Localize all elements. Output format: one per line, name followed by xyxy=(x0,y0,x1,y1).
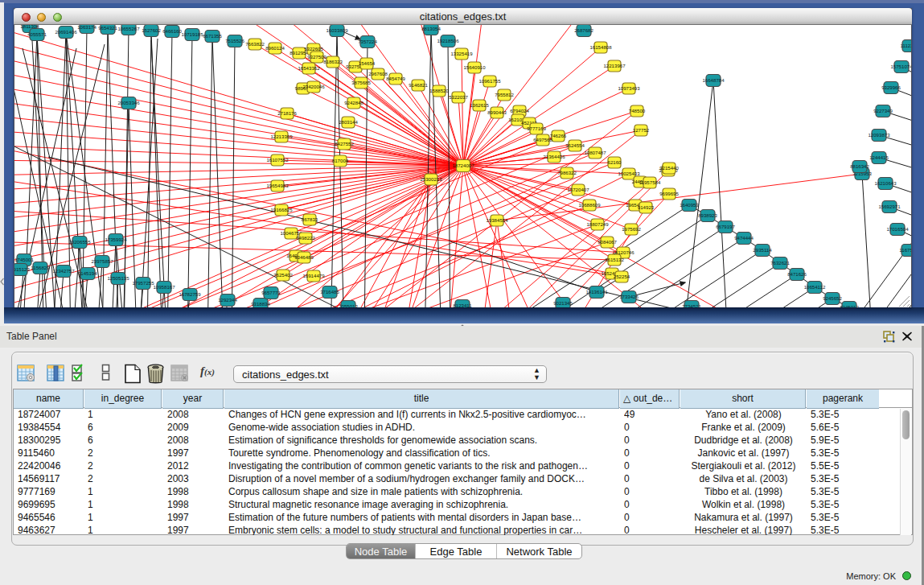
svg-text:9474444: 9474444 xyxy=(734,235,754,241)
svg-text:6497568: 6497568 xyxy=(533,137,552,142)
svg-text:16543362: 16543362 xyxy=(298,65,320,71)
svg-text:18724007: 18724007 xyxy=(452,163,474,168)
svg-text:1244415: 1244415 xyxy=(869,154,889,160)
svg-text:4055571: 4055571 xyxy=(27,31,47,37)
svg-text:12505135: 12505135 xyxy=(107,275,129,281)
svg-text:6794024: 6794024 xyxy=(510,108,529,113)
svg-text:19384554: 19384554 xyxy=(486,217,508,223)
svg-text:7663822: 7663822 xyxy=(245,41,265,47)
svg-text:10958167: 10958167 xyxy=(153,284,175,290)
svg-text:9146821: 9146821 xyxy=(409,82,428,88)
svg-text:9329966: 9329966 xyxy=(881,84,901,90)
svg-text:15640910: 15640910 xyxy=(463,64,486,70)
svg-text:3716485: 3716485 xyxy=(320,289,339,295)
svg-text:2935114: 2935114 xyxy=(753,247,772,253)
svg-text:1588520: 1588520 xyxy=(429,88,449,93)
svg-text:1292344: 1292344 xyxy=(218,297,237,303)
svg-text:3624554: 3624554 xyxy=(565,142,585,148)
svg-text:16107552: 16107552 xyxy=(266,157,289,163)
svg-text:25300213: 25300213 xyxy=(420,176,442,182)
svg-text:8938923: 8938923 xyxy=(698,212,717,218)
svg-text:1156829: 1156829 xyxy=(31,265,50,270)
svg-text:10655267: 10655267 xyxy=(117,26,140,31)
svg-text:16210643: 16210643 xyxy=(874,180,897,186)
svg-text:914923: 914923 xyxy=(638,204,655,210)
svg-text:16033809: 16033809 xyxy=(326,27,348,33)
svg-text:10025433: 10025433 xyxy=(618,171,640,176)
svg-text:9654321: 9654321 xyxy=(98,25,117,31)
svg-text:12342757: 12342757 xyxy=(52,268,75,274)
svg-text:1063174: 1063174 xyxy=(77,25,97,30)
svg-text:7955812: 7955812 xyxy=(495,92,514,97)
svg-text:9777169: 9777169 xyxy=(527,126,546,131)
svg-text:8454749: 8454749 xyxy=(386,76,405,81)
svg-text:9657771: 9657771 xyxy=(261,290,281,295)
svg-text:1527602: 1527602 xyxy=(142,27,161,33)
svg-text:1733426: 1733426 xyxy=(619,294,639,299)
svg-text:10688609: 10688609 xyxy=(578,202,601,208)
svg-text:9242848: 9242848 xyxy=(344,100,363,105)
svg-text:16914479: 16914479 xyxy=(302,273,325,278)
svg-text:14136141: 14136141 xyxy=(585,289,608,295)
svg-text:8123411: 8123411 xyxy=(453,303,472,307)
svg-text:8990443: 8990443 xyxy=(487,109,507,115)
svg-text:9699695: 9699695 xyxy=(659,191,679,196)
svg-text:9215440: 9215440 xyxy=(659,165,679,171)
svg-text:154654: 154654 xyxy=(359,60,376,66)
svg-text:16154808: 16154808 xyxy=(589,44,612,50)
svg-text:16782759: 16782759 xyxy=(179,291,201,297)
svg-text:23420046: 23420046 xyxy=(302,84,325,89)
svg-text:252254: 252254 xyxy=(614,274,630,279)
svg-text:5322605: 5322605 xyxy=(304,46,323,51)
svg-text:7632621: 7632621 xyxy=(770,260,790,266)
svg-text:8813054: 8813054 xyxy=(421,26,441,31)
svg-text:8471626: 8471626 xyxy=(787,271,807,277)
svg-text:8245012: 8245012 xyxy=(840,304,859,307)
svg-text:8960124: 8960124 xyxy=(265,45,285,51)
svg-text:62160: 62160 xyxy=(608,159,622,165)
svg-text:1975692: 1975692 xyxy=(622,226,641,232)
svg-text:23975857: 23975857 xyxy=(91,258,113,264)
svg-text:11957584: 11957584 xyxy=(639,179,661,185)
svg-text:7515526: 7515526 xyxy=(225,38,244,43)
svg-text:10654112: 10654112 xyxy=(804,284,826,290)
svg-text:17957255: 17957255 xyxy=(132,280,154,286)
svg-text:12213369: 12213369 xyxy=(270,134,293,139)
svg-text:3915123: 3915123 xyxy=(14,266,30,272)
svg-text:7357224: 7357224 xyxy=(358,39,377,44)
svg-text:10973493: 10973493 xyxy=(618,85,640,91)
svg-text:10961755: 10961755 xyxy=(478,78,501,84)
svg-text:8816342: 8816342 xyxy=(850,163,869,169)
svg-text:17359924: 17359924 xyxy=(105,237,127,242)
svg-text:748500: 748500 xyxy=(629,108,646,113)
svg-text:5322037: 5322037 xyxy=(449,94,468,100)
svg-text:1745001: 1745001 xyxy=(14,257,34,262)
svg-text:20691406: 20691406 xyxy=(55,29,77,35)
svg-text:6679197: 6679197 xyxy=(716,224,735,229)
svg-text:9346489: 9346489 xyxy=(294,254,314,260)
svg-text:19654983: 19654983 xyxy=(266,183,289,188)
svg-text:16648784: 16648784 xyxy=(702,77,725,83)
svg-text:1362615: 1362615 xyxy=(470,102,489,108)
svg-text:7734521: 7734521 xyxy=(682,303,701,307)
svg-text:7986322: 7986322 xyxy=(557,170,577,175)
svg-text:9084067: 9084067 xyxy=(598,239,617,245)
svg-text:2055013: 2055013 xyxy=(339,303,358,307)
svg-text:1167533: 1167533 xyxy=(899,247,911,253)
svg-text:7625402: 7625402 xyxy=(273,272,293,278)
svg-text:17016504: 17016504 xyxy=(886,226,909,232)
svg-text:867833: 867833 xyxy=(302,216,318,222)
svg-text:1640953: 1640953 xyxy=(680,202,699,208)
svg-text:3875685: 3875685 xyxy=(351,80,371,85)
svg-text:15692971: 15692971 xyxy=(878,204,901,209)
svg-text:9021345: 9021345 xyxy=(553,300,573,306)
svg-text:9227349: 9227349 xyxy=(873,108,893,113)
svg-text:1615132: 1615132 xyxy=(605,257,624,262)
svg-text:1145194: 1145194 xyxy=(78,270,97,276)
svg-text:19166825: 19166825 xyxy=(270,207,293,212)
svg-text:2803144: 2803144 xyxy=(339,119,358,125)
svg-text:13325419: 13325419 xyxy=(450,51,473,56)
svg-text:8427552: 8427552 xyxy=(335,141,354,146)
svg-text:10807487: 10807487 xyxy=(584,150,606,155)
svg-text:20206555: 20206555 xyxy=(68,239,91,245)
